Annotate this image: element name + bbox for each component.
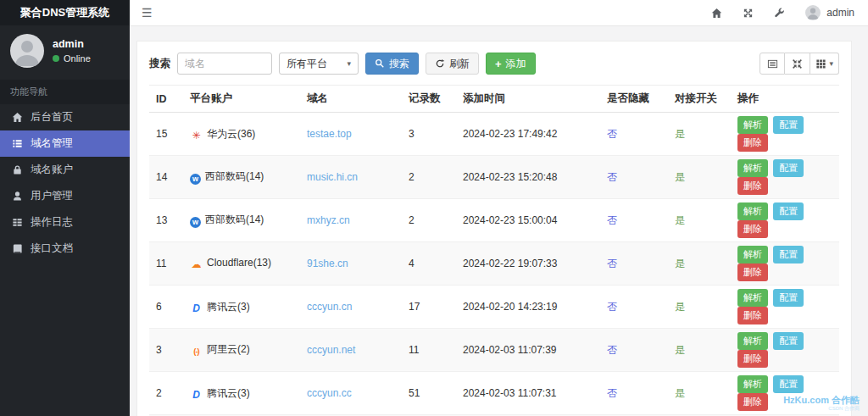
resolve-button[interactable]: 解析 [737, 202, 768, 220]
sidebar-toggle-icon[interactable]: ☰ [130, 6, 164, 19]
domain-link[interactable]: mxhyz.cn [307, 214, 350, 226]
online-status-icon [53, 55, 59, 62]
cell-platform: (-)阿里云(2) [183, 329, 300, 372]
hidden-toggle[interactable]: 否 [607, 258, 617, 269]
hidden-toggle[interactable]: 否 [607, 171, 617, 183]
platform-label: 腾讯云(3) [207, 301, 250, 313]
switch-toggle[interactable]: 是 [675, 214, 685, 226]
delete-button[interactable]: 删除 [737, 220, 768, 238]
user-menu[interactable]: admin [805, 5, 854, 20]
config-button[interactable]: 配置 [773, 375, 804, 393]
resolve-button[interactable]: 解析 [737, 246, 768, 263]
domain-link[interactable]: cccyun.net [307, 344, 355, 356]
compress-arrows-icon [792, 58, 803, 69]
hidden-toggle[interactable]: 否 [607, 214, 617, 226]
switch-toggle[interactable]: 是 [675, 171, 685, 183]
toggle-card-view-button[interactable] [760, 53, 785, 75]
platform-label: 腾讯云(3) [207, 387, 250, 399]
delete-button[interactable]: 删除 [737, 134, 768, 152]
sidebar-item-api-docs[interactable]: 接口文档 [0, 236, 130, 262]
sidebar-section-label: 功能导航 [0, 80, 130, 104]
fullscreen-button[interactable] [743, 8, 754, 19]
table-fullscreen-button[interactable] [785, 53, 810, 75]
cell-domain: mxhyz.cn [300, 199, 402, 242]
add-button[interactable]: + 添加 [486, 53, 536, 75]
sidebar-item-logs[interactable]: 操作日志 [0, 209, 130, 236]
user-avatar[interactable] [10, 34, 44, 68]
switch-toggle[interactable]: 是 [675, 301, 685, 313]
search-input[interactable] [177, 53, 272, 75]
col-header-added: 添加时间 [456, 86, 600, 113]
sidebar-item-label: 用户管理 [31, 189, 73, 203]
sidebar-item-users[interactable]: 用户管理 [0, 183, 130, 209]
app-logo[interactable]: 聚合DNS管理系统 [0, 0, 130, 25]
domain-link[interactable]: music.hi.cn [307, 171, 358, 183]
resolve-button[interactable]: 解析 [737, 116, 768, 134]
domain-link[interactable]: cccyun.cc [307, 387, 352, 399]
platform-select[interactable]: 所有平台 ▾ [279, 53, 359, 75]
cell-records: 11 [402, 329, 456, 372]
sidebar-item-domains[interactable]: 域名管理 [0, 130, 130, 157]
sidebar-item-home[interactable]: 后台首页 [0, 104, 130, 130]
refresh-button[interactable]: 刷新 [426, 53, 479, 75]
table-toolbar: 搜索 所有平台 ▾ 搜索 刷新 + [149, 53, 839, 75]
lock-icon [12, 164, 23, 175]
switch-toggle[interactable]: 是 [675, 344, 685, 356]
hidden-toggle[interactable]: 否 [607, 128, 617, 140]
config-button[interactable]: 配置 [773, 246, 804, 263]
config-button[interactable]: 配置 [773, 202, 804, 220]
config-button[interactable]: 配置 [773, 332, 804, 350]
config-button[interactable]: 配置 [773, 116, 804, 134]
sidebar-item-label: 域名管理 [31, 136, 73, 151]
top-navbar: ☰ admin [130, 0, 868, 26]
person-icon [805, 5, 821, 20]
hidden-toggle[interactable]: 否 [607, 387, 617, 399]
search-button[interactable]: 搜索 [365, 53, 419, 75]
cell-records: 4 [402, 242, 456, 286]
delete-button[interactable]: 删除 [737, 263, 768, 281]
cell-platform: w西部数码(14) [183, 199, 300, 242]
sidebar-item-accounts[interactable]: 域名账户 [0, 157, 130, 183]
refresh-button-label: 刷新 [449, 57, 470, 71]
chevron-down-icon: ▾ [829, 59, 833, 68]
settings-button[interactable] [774, 8, 785, 19]
cell-actions: 解析 配置 删除 [731, 329, 839, 372]
domain-link[interactable]: testae.top [307, 128, 352, 140]
config-button[interactable]: 配置 [773, 159, 804, 177]
sidebar-user-panel: admin Online [0, 25, 130, 76]
config-button[interactable]: 配置 [773, 289, 804, 307]
cell-domain: cccyun.net [300, 329, 402, 372]
cell-hidden: 否 [600, 329, 668, 372]
table-row: 14 w西部数码(14) music.hi.cn 2 2024-02-23 15… [149, 156, 839, 199]
delete-button[interactable]: 删除 [737, 307, 768, 324]
cell-switch: 是 [668, 372, 731, 415]
table-row: 15 ✳华为云(36) testae.top 3 2024-02-23 17:4… [149, 113, 839, 156]
resolve-button[interactable]: 解析 [737, 289, 768, 307]
watermark-sub: CSDN 合作商 [783, 406, 860, 412]
col-header-platform: 平台账户 [183, 86, 300, 113]
west-digital-icon: w [190, 174, 201, 185]
switch-toggle[interactable]: 是 [675, 258, 685, 269]
cell-actions: 解析 配置 删除 [731, 113, 839, 156]
hidden-toggle[interactable]: 否 [607, 344, 617, 356]
switch-toggle[interactable]: 是 [675, 128, 685, 140]
switch-toggle[interactable]: 是 [675, 387, 685, 399]
columns-dropdown-button[interactable]: ▾ [810, 53, 839, 75]
domains-table: ID 平台账户 域名 记录数 添加时间 是否隐藏 对接开关 操作 15 ✳华为云… [149, 85, 839, 416]
resolve-button[interactable]: 解析 [737, 375, 768, 393]
delete-button[interactable]: 删除 [737, 177, 768, 195]
domain-link[interactable]: 91she.cn [307, 258, 348, 269]
cell-hidden: 否 [600, 372, 668, 415]
delete-button[interactable]: 删除 [737, 350, 768, 368]
table-row: 3 (-)阿里云(2) cccyun.net 11 2024-02-03 11:… [149, 329, 839, 372]
delete-button[interactable]: 删除 [737, 393, 768, 411]
resolve-button[interactable]: 解析 [737, 159, 768, 177]
hidden-toggle[interactable]: 否 [607, 301, 617, 313]
col-header-actions: 操作 [731, 86, 839, 113]
cell-switch: 是 [668, 329, 731, 372]
domain-link[interactable]: cccyun.cn [307, 301, 352, 313]
home-nav-button[interactable] [711, 8, 722, 19]
col-header-domain: 域名 [300, 86, 402, 113]
col-header-records: 记录数 [402, 86, 456, 113]
resolve-button[interactable]: 解析 [737, 332, 768, 350]
